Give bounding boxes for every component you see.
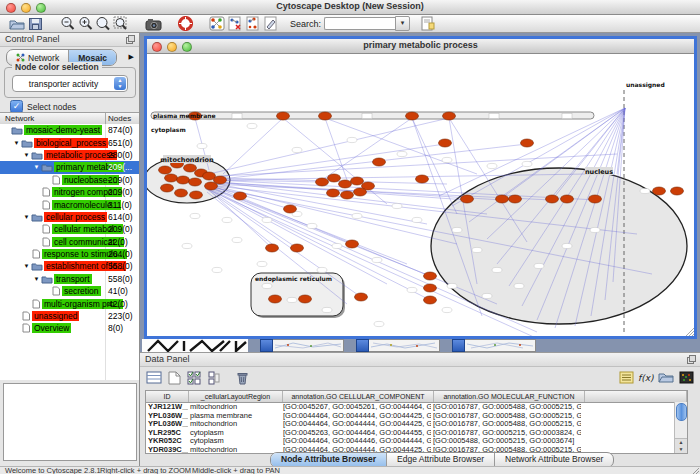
matrix-icon[interactable] [676,368,696,387]
expand-arrow-icon[interactable]: ▼ [22,152,31,158]
search-input[interactable] [324,17,395,30]
network-node[interactable] [496,195,509,203]
tree-row[interactable]: multi-organism pro...42(0) [0,297,139,309]
tab-scroll-right-icon[interactable]: ▶ [129,53,134,61]
tab-node-attribute-browser[interactable]: Node Attribute Browser [271,453,387,467]
column-divider[interactable] [105,113,106,124]
tree-row[interactable]: ▼metabolic process280(0) [0,149,139,161]
minimized-window-2[interactable] [356,339,440,352]
network-node[interactable] [159,166,172,174]
table-row[interactable]: YPL036W__1mitochondrion[GO:0044464, GO:0… [146,420,687,429]
import-attributes-icon[interactable] [656,368,676,387]
network-node[interactable] [439,139,452,147]
network-node[interactable] [189,178,202,186]
column-header[interactable]: annotation.GO CELLULAR_COMPONENT [283,391,434,402]
network-node[interactable] [351,177,364,185]
network-node[interactable] [327,189,340,197]
table-scrollbar[interactable]: ▲▼ [674,402,687,453]
tree-row[interactable]: ▼establishment of lo...558(0) [0,260,139,272]
network-node[interactable] [214,176,227,184]
network-node[interactable] [177,176,190,184]
network-window-titlebar[interactable]: primary metabolic process [147,39,694,54]
network-node[interactable] [653,187,666,195]
float-panel-icon[interactable] [126,35,135,44]
network-node[interactable] [234,192,247,200]
table-row[interactable]: YJR121W__1mitochondrion[GO:0045267, GO:0… [146,403,687,412]
annotation-icon[interactable] [262,16,280,32]
network-node[interactable] [328,174,341,182]
network-node[interactable] [291,244,304,252]
tree-row[interactable]: cellular metabol...209(0) [0,223,139,235]
tree-row[interactable]: Overview8(0) [0,322,139,334]
column-header[interactable]: annotation.GO MOLECULAR_FUNCTION [434,391,585,402]
new-attribute-icon[interactable] [164,368,184,387]
function-builder-icon[interactable]: f(x) [636,368,656,387]
network-window[interactable]: primary metabolic process plasma membran… [144,36,697,339]
attribute-table-icon[interactable] [144,368,164,387]
network-node[interactable] [346,240,359,248]
network-canvas[interactable]: plasma membranecytoplasmmitochondrionnuc… [147,54,694,336]
tree-row[interactable]: nitrogen compo...209(0) [0,186,139,198]
index-icon[interactable] [418,16,436,32]
scrollbar-arrows[interactable]: ▲▼ [675,438,687,453]
network-node[interactable] [509,195,522,203]
table-row[interactable]: YLR295Ccytoplasm[GO:0045263, GO:0044464,… [146,429,687,438]
app-resize-grip[interactable] [691,467,699,474]
zoom-in-icon[interactable] [76,16,94,32]
save-icon[interactable] [26,16,44,32]
network-column-header[interactable]: Network [5,114,34,123]
tree-row[interactable]: secretion41(0) [0,285,139,297]
network-node[interactable] [319,112,332,120]
network-node[interactable] [589,195,602,203]
tree-row[interactable]: ▼biological_process651(0) [0,136,139,148]
tree-row[interactable]: response to stimulu...264(0) [0,248,139,260]
network-node[interactable] [190,191,203,199]
tab-network-attribute-browser[interactable]: Network Attribute Browser [495,453,613,467]
region-plasma-membrane[interactable] [151,112,594,119]
node-color-dropdown[interactable]: transporter activity ▲▼ [12,75,128,92]
window-resize-grip[interactable] [684,326,694,336]
tree-row[interactable]: ▼transport558(0) [0,273,139,285]
tree-row[interactable]: unassigned223(0) [0,310,139,322]
float-panel-icon[interactable] [687,355,696,364]
network-node[interactable] [521,139,534,147]
search-dropdown-button[interactable]: ▾ [395,16,410,31]
zoom-selected-icon[interactable] [94,16,112,32]
expand-arrow-icon[interactable]: ▼ [22,263,31,269]
snapshot-icon[interactable] [144,16,162,32]
expand-arrow-icon[interactable]: ▼ [32,276,41,282]
minimized-window-3[interactable] [452,339,536,352]
network-node[interactable] [316,178,329,186]
delete-attribute-icon[interactable] [232,368,252,387]
tree-row[interactable]: ▼primary metabo...209(... [0,161,139,173]
network-node[interactable] [299,295,312,303]
network-edge[interactable] [322,118,412,180]
apply-layout-icon[interactable] [226,16,244,32]
tree-row[interactable]: mosaic-demo-yeast874(0) [0,124,139,136]
network-node[interactable] [416,175,429,183]
network-overview-icon[interactable] [208,16,226,32]
zoom-out-icon[interactable] [58,16,76,32]
network-node[interactable] [277,112,290,120]
network-node[interactable] [546,195,559,203]
network-node[interactable] [461,195,474,203]
network-node[interactable] [443,112,456,120]
select-attributes-icon[interactable] [184,368,204,387]
expand-arrow-icon[interactable]: ▼ [32,164,41,170]
tree-row[interactable]: cell communicat...22(0) [0,236,139,248]
column-header[interactable]: ID [146,391,189,402]
network-node[interactable] [424,284,437,292]
network-edge[interactable] [412,118,457,214]
network-node[interactable] [424,296,437,304]
network-node[interactable] [284,205,297,213]
network-edge[interactable] [211,190,387,284]
column-header[interactable]: _cellularLayoutRegion [189,391,283,402]
network-node[interactable] [184,164,197,172]
unselect-attributes-icon[interactable] [204,368,224,387]
tree-row[interactable]: nucleobase-...209(0) [0,174,139,186]
network-node[interactable] [341,191,354,199]
network-node[interactable] [339,180,352,188]
apply-vizmap-icon[interactable] [244,16,262,32]
minimized-window-1[interactable] [260,339,344,352]
network-node[interactable] [266,244,279,252]
